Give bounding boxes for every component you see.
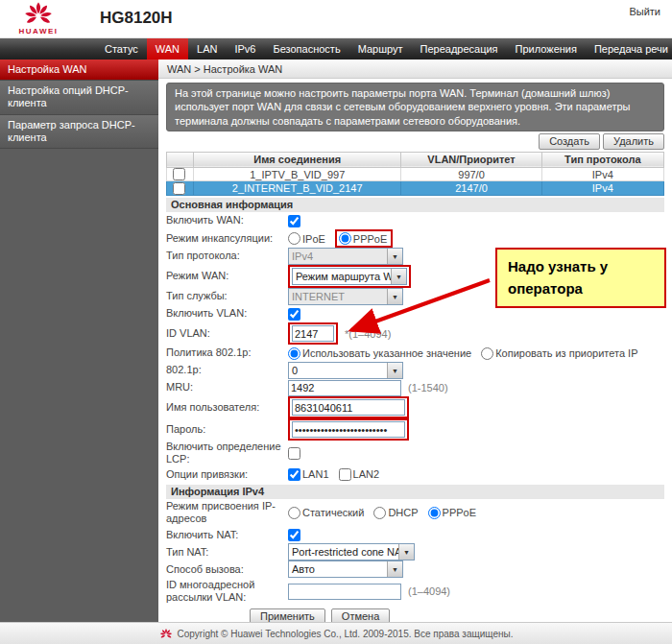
tab-route[interactable]: Маршрут (349, 38, 412, 60)
table-actions: Создать Удалить (166, 133, 664, 150)
nat-type-select[interactable]: Port-restricted cone NAT ▼ (288, 543, 415, 561)
enable-wan-label: Включить WAN: (166, 214, 288, 227)
enable-nat-checkbox[interactable] (288, 529, 300, 541)
p8021-select[interactable]: 0 ▼ (288, 362, 403, 379)
service-type-label: Тип службы: (166, 290, 288, 302)
form-row-multicast-vlan: ID многоадресной рассылки VLAN: (1–4094) (158, 578, 672, 605)
protocol-cell: IPv4 (541, 167, 663, 181)
form-row-enable-wan: Включить WAN: (158, 212, 672, 229)
protocol-type-select[interactable]: IPv4 ▼ (288, 248, 403, 265)
tab-status[interactable]: Статус (96, 38, 147, 60)
binding-lan2-option[interactable]: LAN2 (339, 468, 380, 481)
tab-voice[interactable]: Передача речи (586, 38, 672, 60)
wan-mode-value: Режим маршрута WAN (293, 271, 391, 282)
ip-mode-static-radio[interactable] (288, 507, 300, 519)
policy-8021p-label: Политика 802.1p: (166, 346, 288, 359)
pppoe-highlight-box: PPPoE (335, 229, 393, 248)
tab-security[interactable]: Безопасность (264, 38, 348, 60)
username-input[interactable] (292, 399, 405, 416)
sidebar-item-dhcp-request[interactable]: Параметр запроса DHCP-клиента (0, 115, 158, 149)
cancel-button[interactable]: Отмена (331, 608, 390, 622)
vlan-id-input[interactable] (292, 325, 334, 342)
row-checkbox[interactable] (173, 182, 185, 195)
table-row[interactable]: 2_INTERNET_B_VID_2147 2147/0 IPv4 (167, 181, 664, 196)
sidebar-item-dhcp-options[interactable]: Настройка опций DHCP-клиента (0, 81, 158, 114)
p8021-value: 0 (289, 365, 387, 376)
encap-pppoe-option[interactable]: PPPoE (339, 232, 387, 245)
encap-pppoe-radio[interactable] (339, 232, 351, 245)
annotation-callout: Надо узнать у оператора (495, 248, 666, 308)
vlan-id-label: ID VLAN: (166, 327, 288, 340)
encap-ipoe-option[interactable]: IPoE (288, 232, 325, 245)
p8021-label: 802.1p: (166, 364, 288, 376)
ip-mode-pppoe-radio[interactable] (428, 507, 441, 519)
vlan-cell: 997/0 (401, 167, 541, 181)
row-checkbox[interactable] (173, 168, 185, 180)
ip-mode-pppoe-option[interactable]: PPPoE (428, 507, 476, 519)
tab-wan[interactable]: WAN (147, 38, 188, 60)
connections-table: Имя соединения VLAN/Приоритет Тип проток… (166, 152, 664, 196)
password-input[interactable] (292, 421, 405, 438)
dial-method-select[interactable]: Авто ▼ (288, 561, 403, 578)
chevron-down-icon: ▼ (387, 289, 402, 304)
chevron-down-icon: ▼ (398, 544, 414, 560)
wan-mode-label: Режим WAN: (166, 270, 288, 282)
dial-method-value: Авто (289, 563, 387, 575)
service-type-value: INTERNET (289, 291, 387, 302)
password-highlight-box (288, 418, 409, 441)
form-row-binding: Опции привязки: LAN1 LAN2 (158, 465, 672, 483)
footer: Copyright © Huawei Technologies Co., Ltd… (0, 622, 672, 644)
logout-link[interactable]: Выйти (629, 6, 660, 17)
policy-copy-ip-option[interactable]: Копировать из приоритета IP (481, 347, 637, 360)
multicast-vlan-label: ID многоадресной рассылки VLAN: (166, 579, 288, 604)
chevron-down-icon: ▼ (387, 561, 402, 577)
delete-button[interactable]: Удалить (603, 133, 664, 150)
ip-mode-dhcp-option[interactable]: DHCP (373, 507, 418, 519)
protocol-cell: IPv4 (541, 181, 663, 196)
apply-button[interactable]: Применить (250, 608, 325, 622)
enable-vlan-checkbox[interactable] (288, 308, 300, 321)
ip-mode-dhcp-label: DHCP (388, 507, 418, 518)
form-row-username: Имя пользователя: (158, 396, 672, 418)
sidebar-item-wan-setup[interactable]: Настройка WAN (0, 60, 158, 81)
binding-lan1-option[interactable]: LAN1 (288, 468, 329, 481)
wan-mode-select[interactable]: Режим маршрута WAN ▼ (292, 268, 407, 285)
header: HUAWEI HG8120H Выйти (0, 0, 672, 38)
encapsulation-label: Режим инкапсуляции: (166, 232, 288, 245)
table-row[interactable]: 1_IPTV_B_VID_997 997/0 IPv4 (167, 167, 664, 181)
table-header-row: Имя соединения VLAN/Приоритет Тип проток… (167, 152, 664, 167)
tab-lan[interactable]: LAN (188, 38, 226, 60)
mru-input[interactable] (288, 380, 401, 396)
policy-use-value-radio[interactable] (288, 347, 300, 360)
encap-ipoe-radio[interactable] (288, 232, 300, 245)
password-label: Пароль: (166, 423, 288, 436)
service-type-select[interactable]: INTERNET ▼ (288, 288, 403, 305)
binding-lan1-label: LAN1 (302, 468, 329, 480)
create-button[interactable]: Создать (539, 133, 600, 150)
main-nav: Статус WAN LAN IPv6 Безопасность Маршрут… (0, 38, 672, 60)
enable-wan-checkbox[interactable] (288, 215, 300, 227)
breadcrumb: WAN > Настройка WAN (158, 60, 672, 79)
encap-ipoe-label: IPoE (302, 233, 325, 245)
tab-forwarding[interactable]: Переадресация (412, 38, 507, 60)
mru-hint: (1-1540) (408, 382, 448, 394)
huawei-flower-icon (22, 1, 55, 28)
nat-type-label: Тип NAT: (166, 546, 288, 559)
connection-name-cell: 1_IPTV_B_VID_997 (194, 167, 401, 181)
tab-ipv6[interactable]: IPv6 (226, 38, 264, 60)
policy-use-value-option[interactable]: Использовать указанное значение (288, 347, 471, 360)
form-row-nat-type: Тип NAT: Port-restricted cone NAT ▼ (158, 543, 672, 561)
ip-mode-static-option[interactable]: Статический (288, 507, 364, 519)
protocol-type-value: IPv4 (289, 250, 387, 262)
vlan-id-hint: *(1–4094) (345, 328, 391, 340)
tab-applications[interactable]: Приложения (507, 38, 586, 60)
username-highlight-box (288, 396, 409, 418)
multicast-vlan-input[interactable] (288, 584, 401, 600)
form-row-dial-method: Способ вызова: Авто ▼ (158, 561, 672, 578)
enable-nat-label: Включить NAT: (166, 529, 288, 541)
lcp-checkbox[interactable] (288, 447, 300, 460)
ip-mode-dhcp-radio[interactable] (373, 507, 386, 519)
policy-copy-ip-radio[interactable] (481, 347, 493, 360)
binding-lan1-checkbox[interactable] (288, 468, 300, 481)
binding-lan2-checkbox[interactable] (339, 468, 351, 481)
